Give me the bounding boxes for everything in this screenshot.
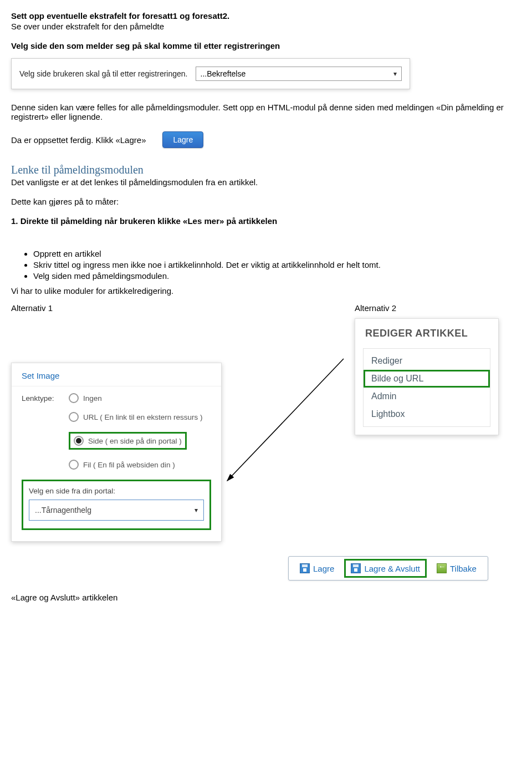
paragraph-html-module: Denne siden kan være felles for alle påm… xyxy=(11,103,521,121)
lagre-button[interactable]: Lagre xyxy=(162,131,203,148)
back-icon xyxy=(437,563,447,573)
radio-ingen[interactable] xyxy=(69,393,79,403)
toolbar-lagre-avslutt-label: Lagre & Avslutt xyxy=(364,564,420,573)
toolbar-tilbake[interactable]: Tilbake xyxy=(432,561,481,576)
panel2-title: REDIGER ARTIKKEL xyxy=(355,319,498,345)
panel2-item-rediger[interactable]: Rediger xyxy=(364,352,490,370)
alt2-label: Alternativ 2 xyxy=(355,303,521,313)
heading-extrafields: Sett opp eventuelle ekstrafelt for fores… xyxy=(11,11,521,21)
reg-dropdown[interactable]: ...Bekreftelse xyxy=(196,67,402,81)
way1-title: 1. Direkte til påmelding når brukeren kl… xyxy=(11,216,521,226)
toolbar-tilbake-label: Tilbake xyxy=(450,564,477,573)
bullet-1: Opprett en artikkel xyxy=(33,249,521,258)
link-intro: Det vanligste er at det lenkes til påmel… xyxy=(11,177,521,187)
alt1-label: Alternativ 1 xyxy=(11,303,332,313)
heading-velg-side: Velg side den som melder seg på skal kom… xyxy=(11,41,521,50)
set-image-title: Set Image xyxy=(12,363,221,386)
toolbar-lagre-label: Lagre xyxy=(313,564,334,573)
final-instruction: «Lagre og Avslutt» artikkelen xyxy=(11,593,521,602)
toolbar-lagre[interactable]: Lagre xyxy=(295,561,339,576)
panel2-item-bilde-url[interactable]: Bilde og URL xyxy=(364,370,490,388)
bullet-3: Velg siden med påmeldingsmodulen. xyxy=(33,271,521,281)
svg-line-0 xyxy=(227,359,344,481)
paragraph-lagre: Da er oppsettet ferdig. Klikk «Lagre» xyxy=(11,135,146,145)
radio-url[interactable] xyxy=(69,412,79,422)
radio-side-label: Side ( en side på din portal ) xyxy=(88,437,182,445)
radio-url-label: URL ( En link til en ekstern ressurs ) xyxy=(83,413,203,421)
subtext-extrafields: Se over under ekstrafelt for den påmeldt… xyxy=(11,22,521,31)
bullet-2: Skriv tittel og ingress men ikke noe i a… xyxy=(33,260,521,269)
radio-fil-label: Fil ( En fil på websiden din ) xyxy=(83,461,175,469)
lenktype-label: Lenktype: xyxy=(22,394,69,403)
bottom-toolbar: Lagre Lagre & Avslutt Tilbake xyxy=(288,556,488,581)
link-ways: Dette kan gjøres på to måter: xyxy=(11,197,521,206)
heading-lenke-modul: Lenke til påmeldingsmodulen xyxy=(11,164,521,176)
two-modules-text: Vi har to ulike moduler for artikkelredi… xyxy=(11,286,521,296)
panel2-item-admin[interactable]: Admin xyxy=(364,388,490,405)
reg-select-panel: Velg side brukeren skal gå til etter reg… xyxy=(11,58,410,89)
toolbar-lagre-avslutt[interactable]: Lagre & Avslutt xyxy=(346,561,424,576)
reg-label: Velg side brukeren skal gå til etter reg… xyxy=(19,69,188,78)
panel2-item-lightbox[interactable]: Lightbox xyxy=(364,405,490,423)
portal-dropdown[interactable]: ...Tårnagenthelg xyxy=(29,500,204,521)
arrow-icon xyxy=(222,292,366,503)
portal-label: Velg en side fra din portal: xyxy=(29,487,204,495)
radio-ingen-label: Ingen xyxy=(83,394,102,403)
radio-side[interactable] xyxy=(74,436,84,446)
set-image-panel: Set Image Lenktype: Ingen URL ( En link … xyxy=(11,363,222,542)
rediger-artikkel-panel: REDIGER ARTIKKEL Rediger Bilde og URL Ad… xyxy=(355,318,499,435)
radio-fil[interactable] xyxy=(69,460,79,470)
save-icon xyxy=(300,563,310,573)
save-icon xyxy=(351,563,361,573)
bullet-list: Opprett en artikkel Skriv tittel og ingr… xyxy=(33,249,521,281)
